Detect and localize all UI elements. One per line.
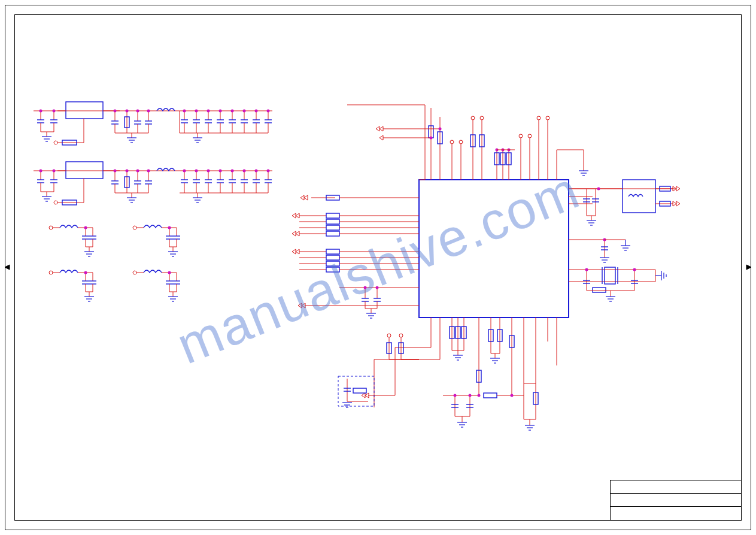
svg-point-184	[49, 226, 53, 229]
svg-point-85	[183, 110, 186, 113]
svg-rect-94	[66, 162, 103, 179]
inductor	[157, 108, 175, 111]
svg-rect-438	[353, 388, 366, 393]
svg-point-309	[439, 128, 442, 131]
svg-rect-258	[326, 255, 339, 260]
svg-point-234	[84, 271, 87, 274]
svg-point-218	[49, 271, 53, 274]
ic-right-io	[569, 180, 680, 301]
svg-rect-1	[66, 102, 103, 119]
misc-open-pins	[387, 334, 419, 359]
svg-rect-420	[484, 393, 497, 398]
svg-point-86	[195, 110, 198, 113]
svg-point-418	[454, 394, 457, 397]
svg-point-433	[478, 394, 481, 397]
svg-point-301	[537, 116, 541, 120]
svg-point-271	[376, 286, 379, 289]
cap	[50, 111, 57, 132]
svg-point-182	[255, 170, 258, 173]
title-block	[610, 480, 742, 521]
svg-point-296	[459, 140, 463, 144]
svg-point-80	[53, 110, 56, 113]
svg-point-79	[40, 110, 42, 113]
main-ic	[419, 180, 569, 318]
power-regulator-2	[34, 162, 272, 205]
svg-rect-257	[326, 249, 339, 254]
decoupling-cap-bank-1	[180, 111, 272, 143]
schematic-canvas	[0, 0, 756, 535]
svg-point-91	[255, 110, 258, 113]
svg-point-270	[364, 286, 367, 289]
svg-point-372	[585, 268, 588, 271]
svg-point-183	[267, 170, 270, 173]
svg-point-90	[243, 110, 246, 113]
ic-top-io	[347, 105, 588, 180]
svg-point-200	[84, 226, 87, 229]
svg-point-181	[243, 170, 246, 173]
svg-point-179	[219, 170, 222, 173]
svg-point-295	[450, 140, 454, 144]
svg-point-201	[133, 226, 136, 229]
title-block-row	[611, 494, 741, 507]
svg-point-298	[480, 116, 484, 120]
svg-point-308	[430, 137, 433, 140]
svg-point-180	[231, 170, 234, 173]
svg-point-251	[168, 271, 171, 274]
svg-rect-254	[326, 219, 339, 224]
lc-filter-group	[49, 225, 180, 301]
svg-rect-328	[623, 180, 655, 213]
svg-rect-256	[326, 231, 339, 236]
frame-ticks	[5, 265, 751, 270]
svg-point-170	[40, 170, 42, 173]
svg-point-300	[528, 134, 532, 138]
svg-point-446	[399, 334, 403, 337]
svg-point-302	[546, 116, 549, 120]
cap	[37, 111, 44, 132]
title-block-row	[611, 507, 741, 520]
svg-point-83	[136, 110, 139, 113]
svg-point-82	[126, 110, 129, 113]
svg-point-432	[511, 394, 514, 397]
title-block-row	[611, 480, 741, 494]
svg-point-178	[207, 170, 210, 173]
svg-point-172	[114, 170, 117, 173]
ic-left-io	[292, 195, 419, 318]
svg-point-297	[471, 116, 475, 120]
svg-point-81	[114, 110, 117, 113]
svg-point-20	[54, 141, 57, 144]
svg-point-299	[519, 134, 523, 138]
svg-point-84	[147, 110, 150, 113]
svg-point-217	[168, 226, 171, 229]
svg-rect-255	[326, 225, 339, 230]
svg-point-334	[597, 188, 600, 191]
svg-point-235	[133, 271, 136, 274]
svg-rect-259	[326, 261, 339, 266]
power-regulator-1	[34, 102, 272, 145]
svg-point-443	[387, 334, 391, 337]
svg-point-419	[469, 394, 472, 397]
svg-point-113	[54, 201, 57, 204]
svg-point-88	[219, 110, 222, 113]
svg-point-87	[207, 110, 210, 113]
svg-point-89	[231, 110, 234, 113]
dashed-option-block	[338, 376, 374, 407]
svg-point-171	[53, 170, 56, 173]
svg-rect-253	[326, 213, 339, 218]
svg-point-92	[267, 110, 270, 113]
svg-point-177	[195, 170, 198, 173]
svg-point-176	[183, 170, 186, 173]
svg-point-173	[126, 170, 129, 173]
svg-point-373	[633, 268, 636, 271]
svg-point-174	[136, 170, 139, 173]
svg-rect-359	[593, 288, 606, 292]
svg-point-175	[147, 170, 150, 173]
svg-rect-260	[326, 267, 339, 272]
